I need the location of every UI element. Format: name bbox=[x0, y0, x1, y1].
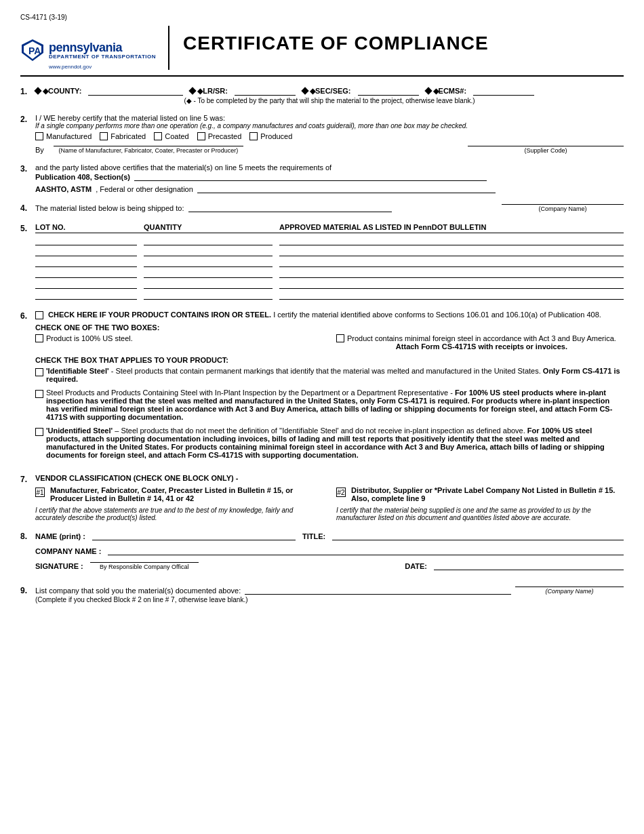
manufactured-checkbox[interactable] bbox=[35, 132, 43, 140]
section-9-company-line[interactable] bbox=[515, 587, 624, 587]
vendor-1-title: Manufacturer, Fabricator, Coater, Precas… bbox=[50, 486, 323, 502]
lot-field-5[interactable] bbox=[35, 279, 137, 289]
qty-field-2[interactable] bbox=[144, 247, 273, 256]
list-company-field[interactable] bbox=[245, 585, 511, 595]
section-1: 1. ◆COUNTY: ◆LR/SR: ◆SEC/SEG: ◆ECMS#: bbox=[20, 83, 624, 107]
qty-field-1[interactable] bbox=[144, 236, 273, 245]
section-9-row: List company that sold you the material(… bbox=[35, 585, 624, 595]
lot-field-1[interactable] bbox=[35, 236, 137, 245]
vendor-col-2: #2 Distributor, Supplier or *Private Lab… bbox=[336, 486, 624, 521]
unidentified-checkbox[interactable] bbox=[35, 428, 43, 436]
pub-field[interactable] bbox=[134, 172, 487, 181]
identifiable-checkbox[interactable] bbox=[35, 368, 43, 376]
foreign-steel-checkbox[interactable] bbox=[336, 334, 344, 342]
material-header: APPROVED MATERIAL AS LISTED IN PennDOT B… bbox=[279, 223, 624, 231]
lot-field-6[interactable] bbox=[35, 290, 137, 300]
iron-steel-bold: CHECK HERE IF YOUR PRODUCT CONTAINS IRON… bbox=[48, 311, 271, 319]
manufacturer-field: (Name of Manufacturer, Fabricator, Coate… bbox=[54, 146, 243, 154]
qty-field-6[interactable] bbox=[144, 290, 273, 300]
lot-field-3[interactable] bbox=[35, 258, 137, 267]
supplier-line[interactable] bbox=[468, 146, 624, 146]
material-field-3[interactable] bbox=[279, 258, 624, 267]
identifiable-text: 'Identifiable Steel' - Steel products th… bbox=[46, 367, 624, 383]
precasted-checkbox[interactable] bbox=[197, 132, 205, 140]
company-name-input[interactable] bbox=[108, 546, 624, 555]
diamond-icon-3 bbox=[301, 87, 308, 94]
lot-field-2[interactable] bbox=[35, 247, 137, 256]
us-steel-label: Product is 100% US steel. bbox=[46, 334, 133, 342]
lr-sr-label: ◆LR/SR: bbox=[190, 87, 228, 96]
material-field-5[interactable] bbox=[279, 279, 624, 289]
material-field-1[interactable] bbox=[279, 236, 624, 245]
ecms-label: ◆ECMS#: bbox=[426, 87, 467, 96]
name-title-row: NAME (print) : TITLE: bbox=[35, 531, 624, 540]
checkbox-group: Manufactured Fabricated Coated Precasted… bbox=[35, 132, 624, 140]
company-name-row: COMPANY NAME : bbox=[35, 546, 624, 555]
aashto-line: AASHTO, ASTM , Federal or other designat… bbox=[35, 184, 624, 193]
section-5-header: LOT NO. QUANTITY APPROVED MATERIAL AS LI… bbox=[35, 223, 624, 233]
section-2-italic: If a single company performs more than o… bbox=[35, 122, 624, 130]
vendor-1-row: #1 Manufacturer, Fabricator, Coater, Pre… bbox=[35, 486, 323, 502]
section-6: 6. CHECK HERE IF YOUR PRODUCT CONTAINS I… bbox=[20, 308, 624, 467]
checkbox-fabricated: Fabricated bbox=[100, 132, 146, 140]
material-field-4[interactable] bbox=[279, 269, 624, 278]
section-7: 7. VENDOR CLASSIFICATION (CHECK ONE BLOC… bbox=[20, 471, 624, 524]
title-field[interactable] bbox=[332, 531, 624, 540]
section-6-intro: CHECK HERE IF YOUR PRODUCT CONTAINS IRON… bbox=[35, 311, 624, 319]
iron-steel-checkbox[interactable] bbox=[35, 311, 43, 319]
name-field[interactable] bbox=[92, 531, 296, 540]
section-1-note: (◆ - To be completed by the party that w… bbox=[35, 97, 624, 104]
supplier-field: (Supplier Code) bbox=[468, 146, 624, 154]
sec-seg-field[interactable] bbox=[358, 86, 419, 96]
lot-field-4[interactable] bbox=[35, 269, 137, 278]
qty-field-4[interactable] bbox=[144, 269, 273, 278]
aashto-field[interactable] bbox=[197, 184, 496, 193]
section-9-intro: List company that sold you the material(… bbox=[35, 587, 241, 595]
section-3-content: and the party listed above certifies tha… bbox=[35, 163, 624, 193]
sig-note: By Responsible Company Offical bbox=[100, 563, 188, 570]
section-2-num: 2. bbox=[20, 114, 35, 124]
us-steel-checkbox[interactable] bbox=[35, 334, 43, 342]
steel-products-checkbox[interactable] bbox=[35, 390, 43, 398]
vendor-1-checkbox[interactable]: #1 bbox=[35, 488, 45, 497]
lr-sr-field[interactable] bbox=[235, 86, 296, 96]
section-7-num: 7. bbox=[20, 474, 35, 484]
section-1-content: ◆COUNTY: ◆LR/SR: ◆SEC/SEG: ◆ECMS#: (◆ - … bbox=[35, 86, 624, 104]
shipped-intro: The material listed below is being shipp… bbox=[35, 204, 184, 212]
by-line: By (Name of Manufacturer, Fabricator, Co… bbox=[35, 146, 624, 154]
county-field[interactable] bbox=[88, 86, 183, 96]
diamond-icon-4 bbox=[424, 87, 432, 94]
coated-checkbox[interactable] bbox=[154, 132, 162, 140]
section-9-company: (Company Name) bbox=[515, 587, 624, 595]
manufacturer-line[interactable] bbox=[54, 146, 243, 146]
steel-products-item: Steel Products and Products Containing S… bbox=[35, 389, 624, 421]
shipped-to-field[interactable] bbox=[188, 203, 392, 212]
section-7-content: VENDOR CLASSIFICATION (CHECK ONE BLOCK O… bbox=[35, 474, 624, 521]
vendor-2-checkbox[interactable]: #2 bbox=[336, 488, 346, 497]
table-row bbox=[35, 247, 624, 256]
pub-line: Publication 408, Section(s) bbox=[35, 172, 624, 181]
date-field[interactable] bbox=[434, 561, 624, 570]
ecms-field[interactable] bbox=[473, 86, 534, 96]
qty-field-3[interactable] bbox=[144, 258, 273, 267]
produced-checkbox[interactable] bbox=[249, 132, 258, 140]
qty-field-5[interactable] bbox=[144, 279, 273, 289]
section-2-intro: I / WE hereby certify that the material … bbox=[35, 114, 624, 122]
vendor-col-1: #1 Manufacturer, Fabricator, Coater, Pre… bbox=[35, 486, 323, 521]
logo-section: PA pennsylvania DEPARTMENT OF TRANSPORTA… bbox=[20, 26, 169, 70]
material-field-2[interactable] bbox=[279, 247, 624, 256]
material-field-6[interactable] bbox=[279, 290, 624, 300]
title-section: CERTIFICATE OF COMPLIANCE bbox=[169, 26, 624, 54]
section-2-content: I / WE hereby certify that the material … bbox=[35, 114, 624, 154]
sec-seg-label: ◆SEC/SEG: bbox=[302, 87, 351, 96]
lot-header: LOT NO. bbox=[35, 223, 144, 231]
signature-line[interactable] bbox=[90, 562, 199, 563]
section-9-num: 9. bbox=[20, 585, 35, 595]
form-number: CS-4171 (3-19) bbox=[20, 14, 67, 21]
section-8-content: NAME (print) : TITLE: COMPANY NAME : SIG… bbox=[35, 531, 624, 576]
company-name-line[interactable] bbox=[502, 204, 624, 205]
date-label: DATE: bbox=[405, 562, 427, 570]
fabricated-checkbox[interactable] bbox=[100, 132, 108, 140]
supplier-label: (Supplier Code) bbox=[524, 147, 567, 154]
table-row bbox=[35, 258, 624, 267]
